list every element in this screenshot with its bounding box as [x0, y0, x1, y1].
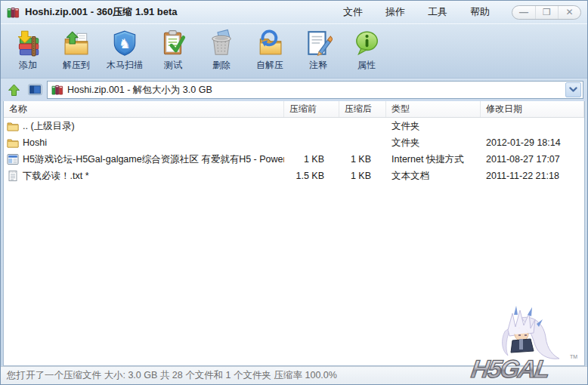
file-name: Hoshi [23, 137, 47, 148]
column-header-size-after[interactable]: 压缩后 [339, 101, 386, 117]
text-document-icon [7, 170, 19, 182]
file-name: .. (上级目录) [23, 120, 75, 133]
delete-icon [207, 29, 236, 57]
properties-button-label: 属性 [357, 59, 376, 72]
close-button[interactable]: ✕ [558, 6, 580, 19]
minimize-button[interactable]: — [512, 6, 535, 19]
window-controls: — ❒ ✕ [512, 5, 581, 20]
folder-up-icon [7, 120, 19, 132]
menu-help[interactable]: 帮助 [459, 2, 501, 23]
file-name: H5游戏论坛-H5Gal-galgame综合资源社区 有爱就有H5 - Powe… [23, 153, 284, 166]
file-row-hoshi[interactable]: Hoshi 文件夹 2012-01-29 18:14 [4, 134, 584, 151]
archive-books-icon [51, 84, 63, 96]
self-extract-button[interactable]: 自解压 [246, 26, 294, 76]
svg-text:♞: ♞ [119, 35, 131, 51]
file-type: 文本文档 [386, 170, 481, 183]
chevron-down-icon [569, 87, 577, 93]
menu-bar: 文件 操作 工具 帮助 [332, 2, 501, 23]
trojan-scan-button[interactable]: ♞ 木马扫描 [101, 26, 149, 76]
file-modified: 2012-01-29 18:14 [481, 137, 584, 148]
column-header-type[interactable]: 类型 [386, 101, 481, 117]
comment-button-label: 注释 [309, 59, 327, 72]
comment-icon [304, 29, 333, 57]
toolbar: 添加 解压到 ♞ 木马扫描 [1, 23, 587, 79]
address-path: Hoshi.zip.001 - 解包大小为 3.0 GB [67, 84, 562, 97]
view-desktop-button[interactable] [26, 82, 44, 98]
column-header-row: 名称 压缩前 压缩后 类型 修改日期 [4, 101, 584, 118]
file-size-after: 1 KB [339, 154, 386, 165]
file-list: .. (上级目录) 文件夹 Hoshi 文件夹 2012-01 [4, 118, 584, 365]
file-row-readme-txt[interactable]: 下载必读！.txt * 1.5 KB 1 KB 文本文档 2011-11-22 … [4, 168, 584, 184]
file-list-panel: 名称 压缩前 压缩后 类型 修改日期 .. (上级目录) 文件夹 [3, 101, 585, 366]
test-button-label: 测试 [164, 59, 182, 72]
test-button[interactable]: 测试 [149, 26, 197, 76]
properties-icon [352, 29, 381, 57]
internet-shortcut-icon [7, 153, 19, 165]
self-extract-button-label: 自解压 [256, 59, 283, 72]
trojan-scan-button-label: 木马扫描 [107, 59, 143, 72]
column-header-size-before[interactable]: 压缩前 [284, 101, 339, 117]
app-logo-icon [7, 6, 20, 19]
window-title: Hoshi.zip.001 - 360压缩 1.91 beta [25, 5, 178, 19]
extract-to-button-label: 解压到 [63, 59, 90, 72]
up-arrow-icon [8, 84, 20, 97]
comment-button[interactable]: 注释 [294, 26, 342, 76]
file-modified: 2011-08-27 17:07 [481, 154, 584, 165]
menu-tools[interactable]: 工具 [416, 2, 459, 23]
properties-button[interactable]: 属性 [342, 26, 391, 76]
file-type: 文件夹 [386, 137, 481, 149]
status-bar: 您打开了一个压缩文件 大小: 3.0 GB 共 28 个文件和 1 个文件夹 压… [1, 366, 587, 384]
menu-operation[interactable]: 操作 [374, 2, 416, 23]
title-bar: Hoshi.zip.001 - 360压缩 1.91 beta 文件 操作 工具… [1, 1, 587, 23]
address-dropdown-button[interactable] [565, 82, 581, 97]
address-field[interactable]: Hoshi.zip.001 - 解包大小为 3.0 GB [47, 81, 583, 99]
trojan-scan-icon: ♞ [110, 29, 139, 57]
file-name: 下载必读！.txt * [23, 170, 89, 183]
extract-to-button[interactable]: 解压到 [52, 26, 101, 76]
file-row-parent-directory[interactable]: .. (上级目录) 文件夹 [4, 118, 584, 134]
folder-icon [7, 137, 19, 149]
file-row-h5-shortcut[interactable]: H5游戏论坛-H5Gal-galgame综合资源社区 有爱就有H5 - Powe… [4, 151, 584, 168]
maximize-button[interactable]: ❒ [535, 6, 558, 19]
file-modified: 2011-11-22 21:18 [481, 171, 584, 181]
address-bar: Hoshi.zip.001 - 解包大小为 3.0 GB [1, 79, 587, 101]
extract-to-icon [62, 29, 91, 57]
file-size-before: 1 KB [284, 154, 339, 165]
add-archive-icon [14, 29, 42, 57]
file-size-after: 1 KB [339, 171, 386, 181]
test-archive-icon [159, 29, 187, 57]
up-directory-button[interactable] [5, 82, 23, 98]
file-size-before: 1.5 KB [284, 171, 339, 181]
file-type: 文件夹 [386, 120, 481, 133]
column-header-modified[interactable]: 修改日期 [481, 101, 584, 117]
status-text: 您打开了一个压缩文件 大小: 3.0 GB 共 28 个文件和 1 个文件夹 压… [7, 369, 337, 382]
add-button-label: 添加 [19, 59, 37, 72]
file-type: Internet 快捷方式 [386, 153, 481, 166]
add-button[interactable]: 添加 [4, 26, 52, 76]
column-header-name[interactable]: 名称 [4, 101, 284, 117]
app-window: Hoshi.zip.001 - 360压缩 1.91 beta 文件 操作 工具… [0, 0, 588, 385]
menu-file[interactable]: 文件 [332, 2, 374, 23]
delete-button-label: 删除 [212, 59, 231, 72]
self-extract-icon [255, 29, 284, 57]
delete-button[interactable]: 删除 [197, 26, 246, 76]
desktop-icon [28, 84, 42, 97]
